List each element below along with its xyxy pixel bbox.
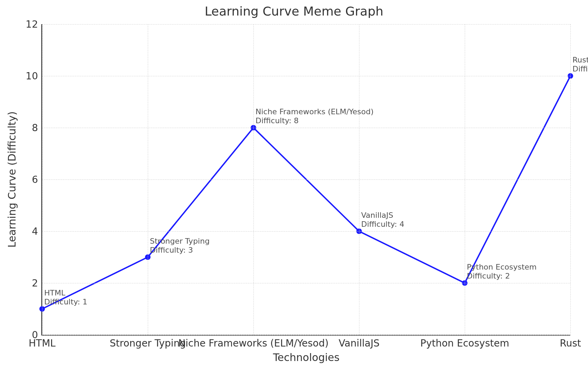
gridline-horizontal	[42, 335, 570, 335]
annotation-difficulty: Difficulty: 2	[467, 272, 537, 281]
x-axis-label: Technologies	[273, 351, 340, 363]
x-tick-label: Rust	[560, 338, 581, 349]
data-point-annotation: RustDifficulty: 10	[572, 56, 588, 74]
data-point-annotation: Stronger TypingDifficulty: 3	[150, 237, 210, 255]
data-point-annotation: HTMLDifficulty: 1	[44, 289, 87, 307]
x-tick-label: VanillaJS	[339, 338, 379, 349]
data-point-annotation: VanillaJSDifficulty: 4	[361, 211, 404, 229]
gridline-horizontal	[42, 128, 570, 128]
y-axis-label: Learning Curve (Difficulty)	[6, 111, 18, 247]
y-tick-label: 4	[32, 226, 38, 237]
data-point-annotation: Python EcosystemDifficulty: 2	[467, 263, 537, 281]
data-point-annotation: Niche Frameworks (ELM/Yesod)Difficulty: …	[256, 107, 374, 126]
x-tick-label: Python Ecosystem	[420, 338, 509, 349]
annotation-label: Rust	[572, 56, 588, 64]
gridline-vertical	[253, 24, 254, 335]
gridline-vertical	[42, 24, 42, 335]
chart-wrapper: Learning Curve Meme Graph Learning Curve…	[0, 0, 588, 380]
annotation-difficulty: Difficulty: 3	[150, 246, 210, 255]
gridline-horizontal	[42, 179, 570, 180]
gridline-vertical	[359, 24, 359, 335]
annotation-label: Python Ecosystem	[467, 263, 537, 271]
gridline-horizontal	[42, 283, 570, 283]
annotation-difficulty: Difficulty: 4	[361, 220, 404, 229]
annotation-label: Niche Frameworks (ELM/Yesod)	[256, 107, 374, 116]
y-tick-label: 12	[26, 19, 38, 30]
chart-title: Learning Curve Meme Graph	[0, 4, 588, 18]
gridline-vertical	[465, 24, 465, 335]
annotation-difficulty: Difficulty: 8	[256, 117, 374, 126]
annotation-label: Stronger Typing	[150, 237, 210, 245]
gridline-horizontal	[42, 76, 570, 76]
y-tick-label: 10	[26, 70, 38, 82]
gridline-vertical	[570, 24, 571, 335]
annotation-label: VanillaJS	[361, 211, 393, 220]
annotation-label: HTML	[44, 289, 65, 297]
y-tick-label: 8	[32, 122, 38, 134]
x-tick-label: Niche Frameworks (ELM/Yesod)	[178, 338, 328, 349]
gridline-horizontal	[42, 231, 570, 232]
y-tick-label: 6	[32, 174, 38, 185]
gridline-horizontal	[42, 24, 570, 25]
y-tick-label: 2	[32, 277, 38, 289]
annotation-difficulty: Difficulty: 10	[572, 65, 588, 74]
x-tick-label: Stronger Typing	[110, 338, 186, 349]
gridline-vertical	[148, 24, 148, 335]
plot-area: Learning Curve (Difficulty) Technologies…	[41, 24, 570, 335]
annotation-difficulty: Difficulty: 1	[44, 298, 87, 307]
x-tick-label: HTML	[29, 338, 56, 349]
